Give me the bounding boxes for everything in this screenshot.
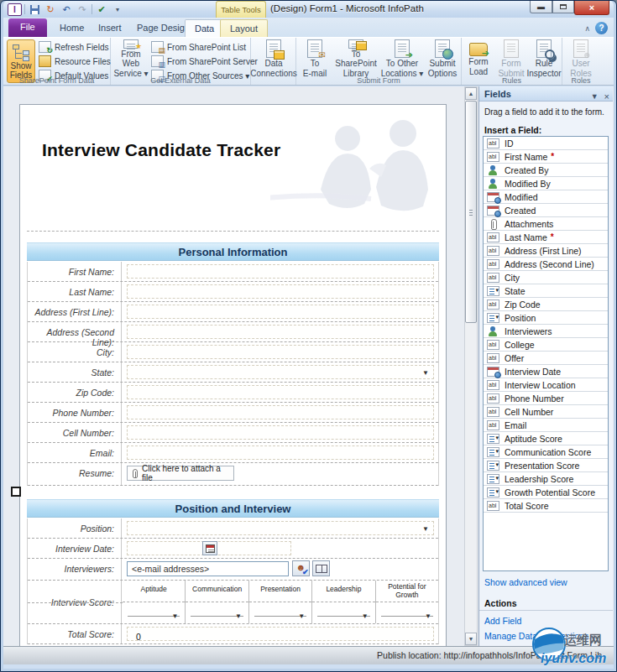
field-item[interactable]: Phone Number	[484, 392, 608, 405]
address-book-button[interactable]	[312, 560, 330, 576]
email-input[interactable]	[127, 445, 434, 460]
field-item[interactable]: Presentation Score	[484, 459, 608, 472]
field-item[interactable]: Leadership Score	[484, 472, 608, 486]
check-names-button[interactable]	[292, 560, 310, 576]
help-icon[interactable]: ?	[595, 22, 608, 34]
text-field-icon	[487, 273, 499, 283]
minimize-ribbon-icon[interactable]: ∧	[584, 24, 590, 33]
actions-heading: Actions	[479, 590, 613, 611]
field-item[interactable]: Position	[484, 311, 608, 325]
to-other-locations-button[interactable]: To OtherLocations ▾	[380, 39, 424, 78]
field-item[interactable]: Address (Second Line)	[484, 258, 608, 271]
form-load-button[interactable]: FormLoad	[463, 39, 494, 78]
from-sharepoint-server-button[interactable]: From SharePoint Server	[151, 55, 258, 68]
phone-input[interactable]	[127, 405, 434, 419]
field-item[interactable]: Last Name*	[484, 231, 608, 244]
rule-inspector-icon	[536, 39, 552, 58]
tab-layout[interactable]: Layout	[220, 19, 268, 37]
field-item[interactable]: First Name*	[484, 150, 608, 164]
field-item[interactable]: State	[484, 284, 608, 298]
field-item[interactable]: ID	[484, 137, 608, 150]
date-picker-button[interactable]	[202, 541, 217, 555]
refresh-fields-button[interactable]: Refresh Fields	[39, 40, 108, 54]
maximize-button[interactable]	[552, 1, 574, 13]
tab-file[interactable]: File	[8, 18, 47, 37]
text-field-icon	[487, 353, 499, 363]
publish-icon[interactable]: ↻	[44, 3, 57, 16]
field-item[interactable]: Email	[484, 419, 608, 432]
form-canvas: Interview Candidate Tracker Personal Inf…	[19, 104, 447, 646]
data-connections-button[interactable]: DataConnections	[255, 39, 292, 78]
field-item[interactable]: Total Score	[484, 499, 608, 513]
rule-inspector-button[interactable]: RuleInspector	[525, 39, 562, 78]
ribbon-group-data-connections: DataConnections	[251, 38, 296, 85]
ribbon-group-roles: UserRoles Roles	[562, 38, 599, 85]
field-row-city: City:	[28, 342, 438, 362]
scrollbar-thumb[interactable]	[465, 101, 477, 323]
state-dropdown[interactable]	[127, 365, 434, 379]
dropdown-arrow-icon[interactable]: ▼	[422, 525, 429, 533]
field-item[interactable]: Communication Score	[484, 445, 608, 459]
to-email-button[interactable]: ToE-mail	[298, 39, 332, 78]
redo-icon[interactable]: ↷	[76, 3, 89, 16]
field-item[interactable]: Offer	[484, 352, 608, 365]
field-item[interactable]: Aptitude Score	[484, 432, 608, 445]
infopath-logo-icon[interactable]: I	[8, 3, 22, 16]
from-sharepoint-list-button[interactable]: From SharePoint List	[151, 40, 246, 54]
field-item[interactable]: Growth Potential Score	[484, 486, 608, 499]
address1-input[interactable]	[127, 305, 434, 319]
show-advanced-view-link[interactable]: Show advanced view	[479, 575, 613, 590]
tab-data[interactable]: Data	[185, 19, 224, 37]
field-item[interactable]: Interview Date	[484, 365, 608, 378]
attach-file-button[interactable]: Click here to attach a file	[127, 466, 234, 481]
field-item[interactable]: Modified By	[484, 177, 608, 190]
pane-close-icon[interactable]: ×	[604, 89, 609, 104]
field-item[interactable]: Address (First Line)	[484, 244, 608, 258]
tab-home[interactable]: Home	[50, 19, 93, 37]
city-input[interactable]	[127, 345, 434, 359]
add-field-link[interactable]: Add Field	[479, 613, 613, 628]
text-field-icon	[487, 420, 499, 430]
tab-insert[interactable]: Insert	[89, 19, 131, 37]
vertical-scrollbar[interactable]: ▲ ▼	[464, 86, 478, 646]
from-web-service-button[interactable]: From WebService ▾	[112, 39, 149, 78]
undo-icon[interactable]: ↶	[60, 3, 73, 16]
scroll-down-icon[interactable]: ▼	[465, 633, 477, 645]
position-dropdown[interactable]	[127, 521, 434, 535]
field-item[interactable]: Attachments	[484, 217, 608, 231]
field-item[interactable]: City	[484, 271, 608, 284]
close-button[interactable]: ×	[574, 1, 609, 15]
pane-menu-icon[interactable]: ▼	[591, 89, 599, 104]
minimize-button[interactable]: ▬	[530, 1, 552, 13]
interviewers-input[interactable]: <e-mail addresses>	[127, 561, 289, 576]
last-name-input[interactable]	[127, 284, 434, 299]
first-name-input[interactable]	[127, 264, 434, 279]
spelling-icon[interactable]: ✔	[95, 3, 108, 16]
field-item[interactable]: Zip Code	[484, 298, 608, 311]
manage-data-connections-link[interactable]: Manage Data Connections...	[479, 628, 613, 643]
dropdown-arrow-icon[interactable]: ▼	[422, 369, 429, 377]
field-item[interactable]: Modified	[484, 190, 608, 204]
field-item[interactable]: Created	[484, 204, 608, 217]
zip-input[interactable]	[127, 385, 434, 399]
save-icon[interactable]	[28, 3, 41, 16]
field-item[interactable]: Interviewers	[484, 325, 608, 338]
address2-input[interactable]	[127, 325, 434, 339]
score-col-aptitude: Aptitude ▼	[123, 581, 186, 623]
field-row-address2: Address (Second Line):	[28, 322, 438, 342]
person-field-icon	[487, 165, 499, 175]
calendar-icon	[206, 544, 215, 553]
field-item[interactable]: Created By	[484, 164, 608, 177]
field-item[interactable]: Interview Location	[484, 378, 608, 392]
qat-more-arrow-icon[interactable]: ▾	[111, 3, 124, 16]
submit-options-button[interactable]: SubmitOptions	[424, 39, 461, 78]
to-sharepoint-library-button[interactable]: To SharePointLibrary	[332, 39, 380, 78]
field-item[interactable]: College	[484, 338, 608, 352]
scroll-up-icon[interactable]: ▲	[465, 87, 477, 100]
table-select-handle[interactable]	[11, 487, 21, 497]
resource-files-button[interactable]: Resource Files	[39, 55, 111, 68]
field-row-interview-date: Interview Date:	[28, 539, 438, 559]
total-score-input[interactable]: 0	[127, 627, 434, 641]
field-item[interactable]: Cell Number	[484, 405, 608, 419]
cell-input[interactable]	[127, 425, 434, 440]
